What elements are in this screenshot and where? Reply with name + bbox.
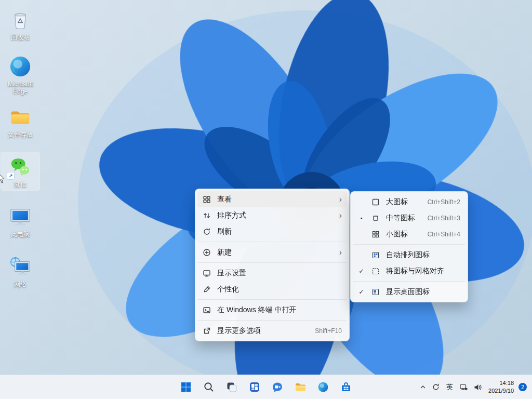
submenu-item-large-icons[interactable]: 大图标 Ctrl+Shift+2 [353,194,466,210]
start-icon [180,381,192,393]
menu-item-label: 小图标 [386,230,422,239]
menu-item-label: 大图标 [386,197,422,207]
shortcut-arrow-icon: ↗ [7,172,15,180]
desktop-icon-label: 微信 [14,181,26,188]
more-options-icon [202,327,211,335]
submenu-item-small-icons[interactable]: 小图标 Ctrl+Shift+4 [353,226,466,242]
menu-item-shortcut: Shift+F10 [315,327,342,335]
search-button[interactable] [198,377,219,397]
display-settings-icon [202,269,211,277]
checkmark-icon: ✓ [357,289,365,295]
checkmark-icon: ✓ [357,268,365,274]
context-menu-item-new[interactable]: 新建 › [197,244,347,260]
tray-time: 14:18 [499,379,514,387]
context-menu-item-open-terminal[interactable]: 在 Windows 终端 中打开 [197,302,347,318]
submenu-item-medium-icons[interactable]: ● 中等图标 Ctrl+Shift+3 [353,210,466,226]
chevron-up-icon [419,383,427,391]
file-explorer-button[interactable] [290,377,311,397]
view-submenu: 大图标 Ctrl+Shift+2 ● 中等图标 Ctrl+Shift+3 小图标… [350,191,468,302]
notification-badge[interactable]: 2 [518,383,527,391]
chat-icon [271,381,284,393]
menu-item-label: 新建 [217,248,334,257]
desktop-icon-file-storage[interactable]: 文件存放 [1,102,39,140]
menu-item-label: 排序方式 [217,211,334,220]
menu-item-label: 中等图标 [386,214,422,223]
update-arrows-icon [432,383,440,391]
context-menu-item-refresh[interactable]: 刷新 [197,223,347,240]
submenu-item-show-desktop-icons[interactable]: ✓ 显示桌面图标 [353,284,466,300]
network-icon [8,254,33,279]
submenu-item-align-to-grid[interactable]: ✓ 将图标与网格对齐 [353,263,466,279]
small-icons-icon [371,230,380,238]
system-tray: 英 14:18 2021/9/10 2 [417,375,530,399]
show-desktop-icons-icon [371,288,380,296]
task-view-button[interactable] [221,377,242,397]
edge-icon [317,381,329,393]
network-button[interactable] [457,377,471,397]
widgets-icon [248,381,261,393]
menu-item-label: 查看 [217,195,334,204]
menu-item-label: 显示桌面图标 [386,287,460,297]
desktop-icon-edge[interactable]: Microsoft Edge [1,52,39,97]
menu-separator [198,320,347,321]
submenu-chevron-icon: › [339,211,342,220]
desktop-icon-recycle-bin[interactable]: 回收站 [1,5,39,43]
taskbar-center [176,377,356,397]
ethernet-icon [459,383,468,392]
radio-selected-icon: ● [357,216,365,220]
desktop-icon-this-pc[interactable]: 此电脑 [1,202,39,240]
menu-item-label: 刷新 [217,227,342,236]
folder-icon [8,104,33,129]
medium-icons-icon [371,214,380,222]
start-button[interactable] [176,377,196,397]
refresh-icon [202,228,211,236]
auto-arrange-icon [371,251,380,259]
menu-item-label: 在 Windows 终端 中打开 [217,305,342,315]
store-icon [340,381,352,393]
desktop-icon-label: Microsoft Edge [2,81,38,95]
desktop-icon-label: 文件存放 [8,131,33,138]
menu-item-shortcut: Ctrl+Shift+3 [428,215,460,222]
menu-separator [353,244,465,245]
tray-update-button[interactable] [429,377,443,397]
this-pc-icon [8,204,33,229]
clock[interactable]: 14:18 2021/9/10 [485,377,517,397]
chat-button[interactable] [267,377,288,397]
search-icon [203,381,215,393]
context-menu-item-personalize[interactable]: 个性化 [197,281,347,297]
context-menu-item-show-more-options[interactable]: 显示更多选项 Shift+F10 [197,323,347,339]
menu-item-label: 自动排列图标 [386,250,460,260]
menu-separator [353,281,465,282]
menu-separator [198,242,347,242]
submenu-chevron-icon: › [339,195,342,204]
volume-button[interactable] [471,377,485,397]
context-menu: 查看 › 排序方式 › 刷新 [195,189,350,341]
file-explorer-icon [294,381,307,393]
view-grid-icon [202,195,211,204]
menu-item-shortcut: Ctrl+Shift+2 [428,198,460,206]
volume-icon [473,383,482,392]
tray-date: 2021/9/10 [488,387,514,395]
personalize-icon [202,285,211,294]
store-button[interactable] [336,377,356,397]
widgets-button[interactable] [244,377,265,397]
edge-button[interactable] [313,377,334,397]
context-menu-item-view[interactable]: 查看 › [197,191,347,207]
large-icons-icon [371,198,380,206]
mouse-cursor [0,173,7,184]
context-menu-item-sort-by[interactable]: 排序方式 › [197,207,347,223]
language-indicator[interactable]: 英 [443,377,457,397]
terminal-icon [202,306,211,314]
align-grid-icon [371,267,380,275]
menu-separator [198,262,347,263]
desktop: 回收站 Microsoft Edge [0,0,532,399]
submenu-chevron-icon: › [339,248,342,257]
submenu-item-auto-arrange[interactable]: 自动排列图标 [353,247,466,263]
desktop-icon-label: 此电脑 [11,231,30,238]
menu-item-label: 显示设置 [217,269,342,278]
desktop-icon-wechat[interactable]: ↗ 微信 [1,152,39,190]
tray-chevron-button[interactable] [417,377,429,397]
menu-item-shortcut: Ctrl+Shift+4 [428,231,460,238]
context-menu-item-display-settings[interactable]: 显示设置 [197,265,347,281]
desktop-icon-network[interactable]: 网络 [1,252,39,290]
